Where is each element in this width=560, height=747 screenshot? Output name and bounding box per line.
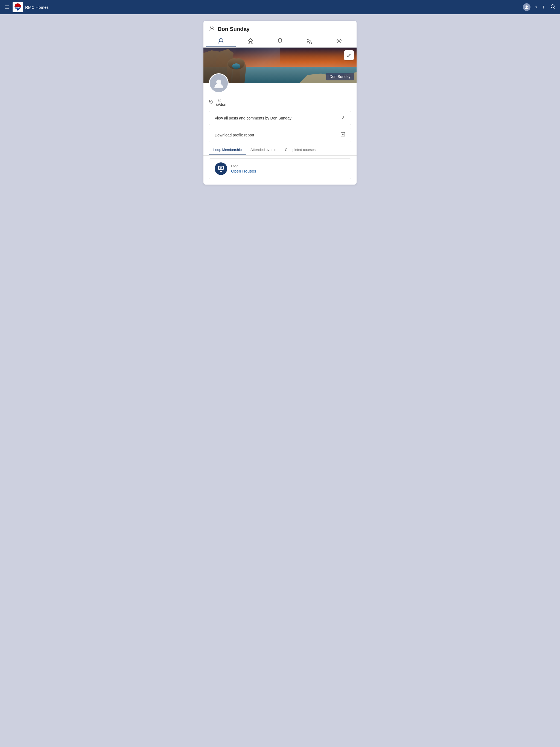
tab-profile[interactable] bbox=[206, 35, 236, 47]
tag-icon bbox=[209, 100, 214, 106]
logo-badge: RE/MAX bbox=[12, 2, 23, 12]
pencil-icon bbox=[347, 53, 351, 57]
avatar-section bbox=[203, 73, 357, 97]
tag-info: Tag @don bbox=[216, 98, 226, 107]
svg-point-7 bbox=[338, 40, 340, 42]
chevron-svg bbox=[341, 115, 345, 120]
remax-logo-svg: RE/MAX bbox=[13, 2, 22, 12]
download-icon bbox=[340, 132, 345, 138]
loop-info: Loop Open Houses bbox=[231, 164, 256, 173]
hamburger-icon[interactable]: ☰ bbox=[4, 4, 9, 10]
search-svg bbox=[550, 4, 556, 9]
search-icon[interactable] bbox=[550, 4, 556, 11]
loop-name: Open Houses bbox=[231, 169, 256, 173]
profile-header: Don Sunday bbox=[203, 21, 357, 35]
tab-notifications[interactable] bbox=[265, 35, 295, 47]
edit-cover-button[interactable] bbox=[344, 50, 354, 60]
user-nav-icon bbox=[524, 5, 529, 9]
rss-tab-icon bbox=[307, 38, 312, 44]
chevron-right-icon bbox=[341, 115, 345, 121]
profile-card: Don Sunday bbox=[203, 21, 357, 185]
dropdown-arrow[interactable]: ▾ bbox=[535, 5, 537, 9]
settings-tab-icon bbox=[336, 38, 342, 44]
top-navigation: ☰ RE/MAX RMC Homes ▾ + bbox=[0, 0, 560, 14]
profile-tab-bar bbox=[203, 35, 357, 48]
tag-svg bbox=[209, 100, 214, 104]
loop-icon-circle bbox=[215, 162, 227, 175]
profile-title: Don Sunday bbox=[218, 26, 250, 32]
nav-right: ▾ + bbox=[523, 3, 556, 11]
add-icon[interactable]: + bbox=[542, 4, 545, 10]
view-posts-label: View all posts and comments by Don Sunda… bbox=[215, 116, 291, 120]
avatar-svg bbox=[213, 77, 225, 89]
tag-label: Tag bbox=[216, 98, 226, 102]
svg-point-2 bbox=[526, 5, 528, 8]
app-title: RMC Homes bbox=[25, 5, 49, 9]
tab-loop-membership[interactable]: Loop Membership bbox=[209, 145, 246, 155]
tab-completed-courses[interactable]: Completed courses bbox=[281, 145, 320, 155]
download-report-label: Download profile report bbox=[215, 133, 254, 137]
card-bottom bbox=[203, 182, 357, 185]
svg-text:RE/MAX: RE/MAX bbox=[15, 7, 21, 9]
loop-item[interactable]: Loop Open Houses bbox=[209, 158, 351, 179]
tab-attended-events[interactable]: Attended events bbox=[246, 145, 281, 155]
tab-feed[interactable] bbox=[295, 35, 324, 47]
user-avatar-nav[interactable] bbox=[523, 3, 531, 11]
tag-section: Tag @don bbox=[203, 97, 357, 111]
tab-home[interactable] bbox=[236, 35, 265, 47]
open-houses-icon bbox=[218, 165, 225, 172]
download-report-row[interactable]: Download profile report bbox=[209, 128, 351, 142]
view-posts-row[interactable]: View all posts and comments by Don Sunda… bbox=[209, 111, 351, 125]
download-svg bbox=[340, 132, 345, 137]
svg-point-14 bbox=[210, 101, 211, 101]
svg-line-4 bbox=[554, 7, 555, 9]
nav-left: ☰ RE/MAX RMC Homes bbox=[4, 2, 49, 12]
avatar bbox=[209, 73, 229, 93]
tab-settings[interactable] bbox=[324, 35, 354, 47]
main-content: Don Sunday bbox=[0, 14, 560, 191]
home-tab-icon bbox=[248, 38, 253, 44]
logo-container: RE/MAX RMC Homes bbox=[12, 2, 49, 12]
membership-tabs: Loop Membership Attended events Complete… bbox=[203, 145, 357, 156]
loop-label: Loop bbox=[231, 164, 256, 168]
profile-tab-icon bbox=[218, 38, 224, 44]
bell-tab-icon bbox=[277, 38, 283, 44]
person-icon bbox=[209, 25, 215, 33]
svg-rect-16 bbox=[219, 166, 223, 170]
tag-value: @don bbox=[216, 102, 226, 107]
person-svg bbox=[209, 25, 215, 31]
svg-line-12 bbox=[350, 54, 350, 55]
svg-point-11 bbox=[232, 63, 240, 69]
